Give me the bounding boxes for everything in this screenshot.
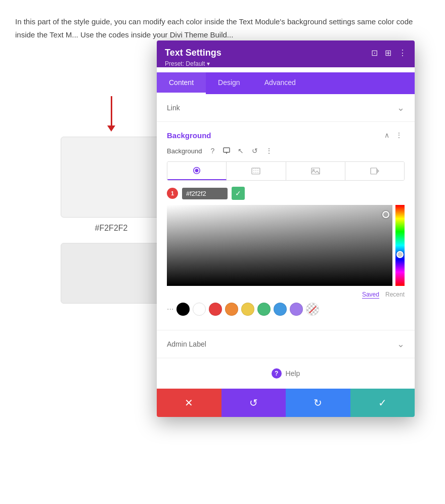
admin-label-section: Admin Label ⌄ bbox=[157, 330, 415, 358]
bottom-action-bar: ✕ ↺ ↻ ✓ bbox=[157, 389, 415, 417]
svg-rect-0 bbox=[224, 148, 230, 152]
bg-options-icon[interactable]: ⋮ bbox=[263, 145, 275, 156]
tab-advanced[interactable]: Advanced bbox=[252, 72, 308, 94]
hue-thumb[interactable] bbox=[396, 251, 404, 258]
page-description: In this part of the style guide, you can… bbox=[15, 15, 430, 41]
text-settings-modal: Text Settings ⊡ ⊞ ⋮ Preset: Default ▾ Co… bbox=[157, 40, 415, 417]
tab-design[interactable]: Design bbox=[206, 72, 252, 94]
background-section: Background ∧ ⋮ Background ? bbox=[157, 122, 415, 330]
swatch-red[interactable] bbox=[209, 303, 222, 316]
bg-type-gradient[interactable] bbox=[227, 162, 286, 180]
admin-label-title: Admin Label bbox=[167, 340, 206, 348]
bg-more-icon[interactable]: ⋮ bbox=[393, 130, 405, 140]
cancel-button[interactable]: ✕ bbox=[157, 389, 221, 417]
redo-button[interactable]: ↻ bbox=[286, 389, 350, 417]
link-section-title: Link bbox=[167, 104, 180, 112]
swatch-transparent[interactable] bbox=[306, 303, 319, 316]
swatch-blue[interactable] bbox=[274, 303, 287, 316]
help-icon: ? bbox=[272, 368, 282, 379]
link-section-header[interactable]: Link ⌄ bbox=[157, 94, 415, 121]
swatches-tabs: Saved Recent bbox=[167, 291, 405, 299]
tab-content[interactable]: Content bbox=[157, 72, 206, 94]
color-input-row: 1 ✓ bbox=[167, 187, 405, 200]
bg-type-tabs bbox=[167, 161, 405, 181]
link-section: Link ⌄ bbox=[157, 94, 415, 122]
bg-section-title: Background bbox=[167, 131, 211, 140]
admin-label-chevron: ⌄ bbox=[397, 339, 405, 350]
color-hex-label: #F2F2F2 bbox=[95, 224, 128, 233]
bg-toolbar-label: Background bbox=[167, 147, 202, 155]
hue-slider[interactable] bbox=[395, 205, 405, 286]
link-chevron-icon: ⌄ bbox=[397, 102, 405, 113]
color-confirm-button[interactable]: ✓ bbox=[232, 187, 245, 200]
color-gradient-canvas[interactable] bbox=[167, 205, 405, 286]
gradient-saturation[interactable] bbox=[167, 205, 392, 286]
color-badge-number: 1 bbox=[167, 188, 178, 199]
svg-marker-10 bbox=[377, 170, 379, 173]
swatch-white[interactable] bbox=[193, 303, 206, 316]
arrow-section: #F2F2F2 bbox=[61, 96, 162, 304]
bg-help-icon[interactable]: ? bbox=[207, 145, 218, 156]
undo-button[interactable]: ↺ bbox=[221, 389, 286, 417]
swatch-black[interactable] bbox=[176, 303, 190, 316]
bg-reset-icon[interactable]: ↺ bbox=[249, 145, 260, 156]
bg-section-controls: ∧ ⋮ bbox=[382, 130, 405, 140]
swatches-tab-saved[interactable]: Saved bbox=[362, 291, 379, 299]
bg-type-image[interactable] bbox=[286, 162, 345, 180]
gradient-thumb[interactable] bbox=[382, 211, 389, 218]
modal-header: Text Settings ⊡ ⊞ ⋮ Preset: Default ▾ bbox=[157, 40, 415, 67]
swatch-purple[interactable] bbox=[290, 303, 303, 316]
color-preview-small bbox=[61, 243, 162, 304]
save-button[interactable]: ✓ bbox=[350, 389, 415, 417]
down-arrow bbox=[111, 96, 112, 127]
swatch-yellow[interactable] bbox=[241, 303, 254, 316]
modal-title: Text Settings bbox=[165, 48, 221, 58]
bg-desktop-icon[interactable] bbox=[221, 145, 232, 156]
help-label[interactable]: Help bbox=[286, 369, 300, 377]
swatch-green[interactable] bbox=[257, 303, 271, 316]
bg-section-content: Background ∧ ⋮ Background ? bbox=[157, 122, 415, 330]
color-picker: 1 ✓ Saved Recent bbox=[167, 187, 405, 318]
bg-type-color[interactable] bbox=[167, 162, 227, 180]
swatches-tab-recent[interactable]: Recent bbox=[385, 291, 405, 299]
modal-tabs: Content Design Advanced bbox=[157, 72, 415, 94]
color-hex-input[interactable] bbox=[182, 188, 228, 199]
bg-cursor-icon[interactable]: ↖ bbox=[235, 145, 246, 156]
bg-collapse-icon[interactable]: ∧ bbox=[382, 130, 391, 140]
svg-rect-9 bbox=[371, 168, 377, 174]
swatch-orange[interactable] bbox=[225, 303, 238, 316]
swatch-more-icon[interactable]: ··· bbox=[167, 305, 173, 314]
modal-header-top: Text Settings ⊡ ⊞ ⋮ bbox=[165, 48, 407, 58]
modal-body: Link ⌄ Background ∧ ⋮ Background ? bbox=[157, 94, 415, 389]
help-footer: ? Help bbox=[157, 358, 415, 389]
bg-section-header: Background ∧ ⋮ bbox=[167, 122, 405, 145]
bg-toolbar: Background ? ↖ ↺ ⋮ bbox=[167, 145, 405, 156]
more-icon[interactable]: ⋮ bbox=[398, 48, 407, 58]
color-preview-large bbox=[61, 137, 162, 218]
modal-preset[interactable]: Preset: Default ▾ bbox=[165, 60, 407, 67]
modal-header-icons: ⊡ ⊞ ⋮ bbox=[371, 48, 407, 58]
square-icon[interactable]: ⊡ bbox=[371, 48, 378, 58]
color-swatches: ··· bbox=[167, 301, 405, 318]
bg-type-video[interactable] bbox=[345, 162, 404, 180]
admin-label-header[interactable]: Admin Label ⌄ bbox=[157, 330, 415, 358]
grid-icon[interactable]: ⊞ bbox=[385, 48, 391, 58]
